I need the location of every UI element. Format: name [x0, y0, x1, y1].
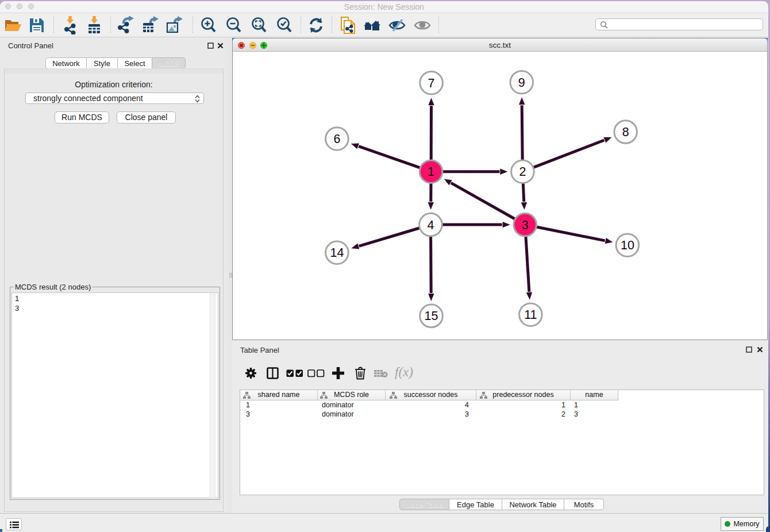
svg-text:14: 14 — [330, 246, 344, 260]
svg-text:15: 15 — [425, 309, 438, 323]
svg-text:4: 4 — [428, 218, 434, 232]
svg-text:7: 7 — [428, 76, 435, 90]
svg-text:3: 3 — [522, 218, 529, 232]
svg-text:6: 6 — [333, 132, 340, 146]
svg-text:8: 8 — [622, 125, 629, 139]
svg-text:1: 1 — [428, 165, 434, 179]
svg-text:11: 11 — [524, 308, 537, 322]
svg-text:2: 2 — [519, 165, 526, 179]
svg-text:9: 9 — [518, 76, 525, 90]
svg-text:10: 10 — [621, 238, 634, 252]
